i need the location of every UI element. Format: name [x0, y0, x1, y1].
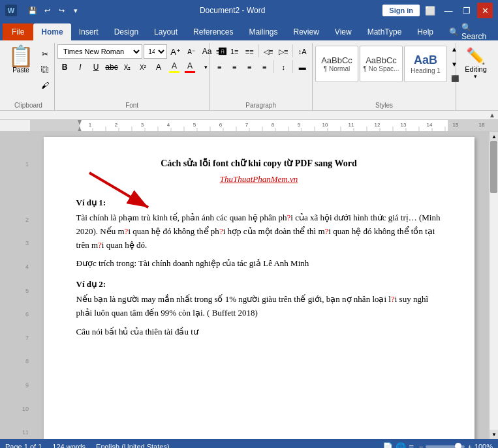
error3: ?: [219, 226, 223, 236]
line-num-4: 4: [9, 260, 29, 273]
styles-content: AaBbCc ¶ Normal AaBbCc ¶ No Spac... AaB …: [315, 44, 453, 102]
svg-text:14: 14: [427, 122, 433, 128]
multilevel-button[interactable]: ≡≡: [242, 44, 257, 59]
style-heading-label: Heading 1: [411, 67, 441, 74]
svg-text:3: 3: [141, 122, 144, 128]
line-spacer3: [9, 250, 29, 260]
numbering-button[interactable]: 1≡: [227, 44, 241, 59]
font-name-select[interactable]: Times New Roman: [57, 44, 142, 59]
scroll-up-button[interactable]: ▲: [490, 132, 498, 141]
tab-mailings[interactable]: Mailings: [241, 23, 285, 40]
editing-button[interactable]: ✏️ Editing ▾: [459, 44, 492, 82]
align-left-button[interactable]: ≡: [212, 60, 226, 74]
svg-text:12: 12: [375, 122, 381, 128]
zoom-level: 100%: [475, 443, 493, 448]
outline-view-button[interactable]: ≡: [409, 442, 414, 449]
style-normal[interactable]: AaBbCc ¶ Normal: [315, 46, 358, 82]
copy-button[interactable]: ⿻: [38, 63, 52, 77]
style-no-spacing[interactable]: AaBbCc ¶ No Spac...: [360, 46, 403, 82]
search-icon: 🔍: [449, 27, 459, 37]
vertical-scrollbar[interactable]: ▲ ▼: [489, 132, 498, 439]
cut-button[interactable]: ✂: [38, 47, 52, 61]
example1-paragraph[interactable]: Tài chính là phạm trù kinh tế, phản ánh …: [76, 211, 442, 252]
style-heading1[interactable]: AaB Heading 1: [404, 46, 447, 82]
format-painter-button[interactable]: 🖌: [38, 78, 52, 93]
document-area: 1 2 3 4 5 6 7 8 9 10 11: [0, 132, 498, 439]
undo-button[interactable]: ↩: [40, 4, 54, 17]
font-group: Times New Roman 14 A⁺ A⁻ Aa 🅰 B I U abc …: [55, 43, 210, 110]
tab-review[interactable]: Review: [285, 23, 326, 40]
bullets-button[interactable]: ≡⃝: [212, 44, 226, 59]
share-button[interactable]: 🔗 Share: [494, 23, 498, 40]
svg-text:15: 15: [453, 122, 459, 128]
font-color-button[interactable]: A: [183, 60, 197, 74]
text-effect-button[interactable]: A: [151, 60, 166, 74]
grow-font-button[interactable]: A⁺: [168, 44, 183, 59]
scroll-thumb[interactable]: [490, 141, 497, 193]
tab-home[interactable]: Home: [33, 23, 70, 40]
ribbon-display-button[interactable]: ⬜: [422, 3, 438, 18]
subscript-button[interactable]: X₂: [120, 60, 134, 74]
example2-label: Ví dụ 2:: [76, 278, 442, 291]
svg-text:2: 2: [115, 122, 118, 128]
highlight-button[interactable]: A: [167, 60, 181, 74]
line-num-3: 3: [9, 237, 29, 250]
search-tab[interactable]: 🔍🔍 Search: [441, 23, 494, 40]
superscript-button[interactable]: X²: [136, 60, 150, 74]
save-button[interactable]: 💾: [26, 4, 39, 17]
shrink-font-button[interactable]: A⁻: [184, 44, 198, 59]
scroll-track[interactable]: [490, 141, 498, 430]
paste-label: Paste: [12, 67, 29, 74]
strikethrough-button[interactable]: abc: [104, 60, 119, 74]
document-title: Cách sửa lỗi font chữ khi copy từ PDF sa…: [76, 157, 442, 170]
line-spacer2: [9, 226, 29, 237]
tab-layout[interactable]: Layout: [146, 23, 185, 40]
tab-view[interactable]: View: [327, 23, 360, 40]
shading-button[interactable]: ▬: [295, 60, 309, 74]
tab-mathtype[interactable]: MathType: [360, 23, 410, 40]
tab-help[interactable]: Help: [409, 23, 441, 40]
example2-paragraph[interactable]: Nếu bạn là người may mắn nhất trong số 1…: [76, 293, 442, 320]
tab-references[interactable]: References: [185, 23, 241, 40]
tab-design[interactable]: Design: [106, 23, 146, 40]
underline-button[interactable]: U: [89, 60, 103, 74]
line-spacer7: [9, 344, 29, 355]
sort-button[interactable]: ↕A: [295, 44, 309, 59]
decrease-indent-button[interactable]: ◁≡: [261, 44, 275, 59]
status-bar: Page 1 of 1 124 words English (United St…: [0, 439, 498, 448]
align-right-button[interactable]: ≡: [242, 60, 257, 74]
close-button[interactable]: ✕: [477, 3, 493, 18]
clipboard-small-btns: ✂ ⿻ 🖌: [38, 44, 52, 93]
divider1: [258, 44, 259, 57]
status-right: 📄 🌐 ≡ − + 100%: [382, 442, 493, 449]
clipboard-label: Clipboard: [5, 102, 52, 110]
zoom-slider[interactable]: [426, 445, 465, 448]
align-center-button[interactable]: ≡: [227, 60, 241, 74]
minimize-button[interactable]: —: [441, 3, 456, 18]
tab-insert[interactable]: Insert: [71, 23, 106, 40]
zoom-out-button[interactable]: −: [419, 443, 423, 448]
increase-indent-button[interactable]: ▷≡: [276, 44, 290, 59]
editing-group-label: [459, 109, 493, 110]
styles-items: AaBbCc ¶ Normal AaBbCc ¶ No Spac... AaB …: [315, 44, 460, 83]
bold-button[interactable]: B: [57, 60, 72, 74]
document-page[interactable]: Cách sửa lỗi font chữ khi copy từ PDF sa…: [44, 137, 475, 439]
maximize-button[interactable]: ❐: [459, 3, 475, 18]
italic-button[interactable]: I: [73, 60, 87, 74]
line-spacer5: [9, 297, 29, 308]
redo-button[interactable]: ↪: [55, 4, 68, 17]
font-size-select[interactable]: 14: [144, 44, 167, 59]
scroll-down-button[interactable]: ▼: [490, 430, 498, 439]
tab-file[interactable]: File: [3, 23, 33, 40]
title-bar-left: W 💾 ↩ ↪ ▾: [5, 4, 82, 17]
ribbon-collapse-button[interactable]: ▲: [489, 112, 495, 119]
line-spacing-button[interactable]: ↕: [276, 60, 290, 74]
web-layout-button[interactable]: 🌐: [396, 442, 406, 449]
sign-in-button[interactable]: Sign in: [382, 5, 420, 16]
justify-button[interactable]: ≡: [257, 60, 272, 74]
quick-access-toolbar: 💾 ↩ ↪ ▾: [26, 4, 82, 17]
customize-button[interactable]: ▾: [69, 4, 82, 17]
print-layout-button[interactable]: 📄: [382, 442, 393, 449]
paste-button[interactable]: 📋 Paste: [5, 44, 37, 75]
zoom-in-button[interactable]: +: [467, 443, 471, 448]
